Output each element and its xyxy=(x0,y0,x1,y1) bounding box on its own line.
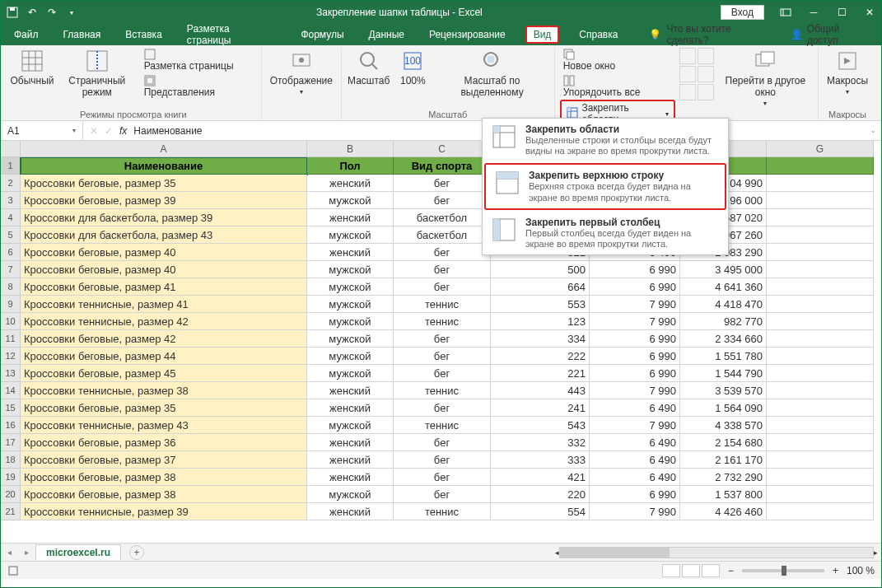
cell[interactable]: Кроссовки для баскетбола, размер 39 xyxy=(21,209,307,226)
cell[interactable]: 4 426 460 xyxy=(680,503,767,520)
cell[interactable]: 6 490 xyxy=(590,399,680,417)
cell[interactable]: Кроссовки беговые, размер 41 xyxy=(21,278,307,296)
cell[interactable]: 2 732 290 xyxy=(680,469,767,486)
ribbon-options-icon[interactable] xyxy=(779,6,792,19)
pagebreak-view-button[interactable]: Страничный режим xyxy=(57,47,138,100)
spreadsheet-grid[interactable]: A B C D E F G 1НаименованиеПолВид спорта… xyxy=(1,141,881,543)
cell[interactable]: Кроссовки для баскетбола, размер 43 xyxy=(21,226,307,244)
cell[interactable] xyxy=(767,226,874,244)
cell[interactable]: мужской xyxy=(307,330,394,348)
syncscroll-icon[interactable] xyxy=(698,66,714,82)
cell[interactable]: Кроссовки беговые, размер 42 xyxy=(21,330,307,348)
cell[interactable]: 2 161 170 xyxy=(680,451,767,469)
cell[interactable]: бег xyxy=(394,192,491,209)
cell[interactable] xyxy=(767,434,874,451)
tab-file[interactable]: Файл xyxy=(9,26,44,43)
row-header[interactable]: 8 xyxy=(1,278,21,296)
cell[interactable]: 1 551 780 xyxy=(680,348,767,365)
row-header[interactable]: 2 xyxy=(1,175,21,192)
row-header[interactable]: 1 xyxy=(1,157,21,175)
cell[interactable]: 2 154 680 xyxy=(680,434,767,451)
macros-button[interactable]: Макросы▾ xyxy=(824,47,871,97)
sidebyside-icon[interactable] xyxy=(698,48,714,64)
maximize-icon[interactable]: ☐ xyxy=(835,6,848,19)
cell[interactable]: 6 490 xyxy=(590,451,680,469)
freeze-first-col-item[interactable]: Закрепить первый столбецПервый столбец в… xyxy=(483,212,728,254)
cell[interactable]: Кроссовки беговые, размер 45 xyxy=(21,365,307,382)
zoom-in-icon[interactable]: + xyxy=(833,565,838,576)
row-header[interactable]: 7 xyxy=(1,261,21,278)
confirm-fx-icon[interactable]: ✓ xyxy=(105,125,113,137)
tab-home[interactable]: Главная xyxy=(58,26,106,43)
row-header[interactable]: 13 xyxy=(1,365,21,382)
sheet-tab[interactable]: microexcel.ru xyxy=(35,544,121,560)
normal-view-icon[interactable] xyxy=(662,564,680,577)
cell[interactable]: мужской xyxy=(307,365,394,382)
cell[interactable]: женский xyxy=(307,244,394,261)
cell[interactable] xyxy=(767,261,874,278)
cell[interactable]: теннис xyxy=(394,296,491,313)
cell[interactable] xyxy=(767,244,874,261)
row-header[interactable]: 9 xyxy=(1,296,21,313)
row-header[interactable]: 10 xyxy=(1,313,21,330)
redo-icon[interactable]: ↷ xyxy=(45,6,58,19)
row-header[interactable]: 14 xyxy=(1,382,21,399)
undo-icon[interactable]: ↶ xyxy=(26,6,39,19)
cell[interactable]: 7 990 xyxy=(590,417,680,434)
cancel-fx-icon[interactable]: ✕ xyxy=(90,125,98,137)
cell[interactable]: Кроссовки беговые, размер 35 xyxy=(21,175,307,192)
cell[interactable]: Кроссовки беговые, размер 44 xyxy=(21,348,307,365)
zoom-button[interactable]: Масштаб xyxy=(347,47,390,88)
row-header[interactable]: 20 xyxy=(1,486,21,503)
cell[interactable]: бег xyxy=(394,365,491,382)
cell[interactable]: Кроссовки теннисные, размер 42 xyxy=(21,313,307,330)
cell[interactable] xyxy=(767,313,874,330)
cell[interactable]: 3 539 570 xyxy=(680,382,767,399)
display-button[interactable]: Отображение▾ xyxy=(267,47,336,97)
cell[interactable]: 543 xyxy=(491,417,590,434)
cell[interactable]: Кроссовки теннисные, размер 43 xyxy=(21,417,307,434)
row-header[interactable]: 17 xyxy=(1,434,21,451)
cell[interactable]: бег xyxy=(394,451,491,469)
cell[interactable] xyxy=(767,399,874,417)
cell[interactable]: 123 xyxy=(491,313,590,330)
row-header[interactable]: 18 xyxy=(1,451,21,469)
cell[interactable]: Вид спорта xyxy=(394,157,491,175)
row-header[interactable]: 15 xyxy=(1,399,21,417)
cell[interactable]: 664 xyxy=(491,278,590,296)
add-sheet-button[interactable]: + xyxy=(129,545,144,560)
share-button[interactable]: 👤Общий доступ xyxy=(791,23,873,46)
tab-nav-next-icon[interactable]: ▸ xyxy=(18,548,35,557)
cell[interactable]: 6 990 xyxy=(590,348,680,365)
formula-input[interactable]: Наименование xyxy=(133,125,202,137)
tab-insert[interactable]: Вставка xyxy=(120,26,167,43)
cell[interactable]: 1 537 800 xyxy=(680,486,767,503)
tab-formulas[interactable]: Формулы xyxy=(296,26,348,43)
cell[interactable]: 4 338 570 xyxy=(680,417,767,434)
cell[interactable]: мужской xyxy=(307,261,394,278)
cell[interactable] xyxy=(767,209,874,226)
row-header[interactable]: 12 xyxy=(1,348,21,365)
cell[interactable]: Наименование xyxy=(21,157,307,175)
row-header[interactable]: 5 xyxy=(1,226,21,244)
col-header[interactable]: A xyxy=(21,141,307,157)
tab-nav-prev-icon[interactable]: ◂ xyxy=(1,548,18,557)
tab-help[interactable]: Справка xyxy=(574,26,623,43)
cell[interactable]: теннис xyxy=(394,503,491,520)
tell-me-search[interactable]: 💡Что вы хотите сделать? xyxy=(649,23,775,46)
cell[interactable]: 6 490 xyxy=(590,434,680,451)
cell[interactable]: бег xyxy=(394,469,491,486)
cell[interactable]: 241 xyxy=(491,399,590,417)
cell[interactable]: мужской xyxy=(307,417,394,434)
cell[interactable]: бег xyxy=(394,175,491,192)
cell[interactable]: 1 544 790 xyxy=(680,365,767,382)
cell[interactable]: 7 990 xyxy=(590,313,680,330)
cell[interactable]: Кроссовки беговые, размер 35 xyxy=(21,399,307,417)
cell[interactable]: Кроссовки беговые, размер 37 xyxy=(21,451,307,469)
cell[interactable]: мужской xyxy=(307,226,394,244)
cell[interactable]: 221 xyxy=(491,365,590,382)
cell[interactable]: 500 xyxy=(491,261,590,278)
cell[interactable]: 6 990 xyxy=(590,330,680,348)
cell[interactable]: Кроссовки теннисные, размер 41 xyxy=(21,296,307,313)
cell[interactable]: женский xyxy=(307,503,394,520)
